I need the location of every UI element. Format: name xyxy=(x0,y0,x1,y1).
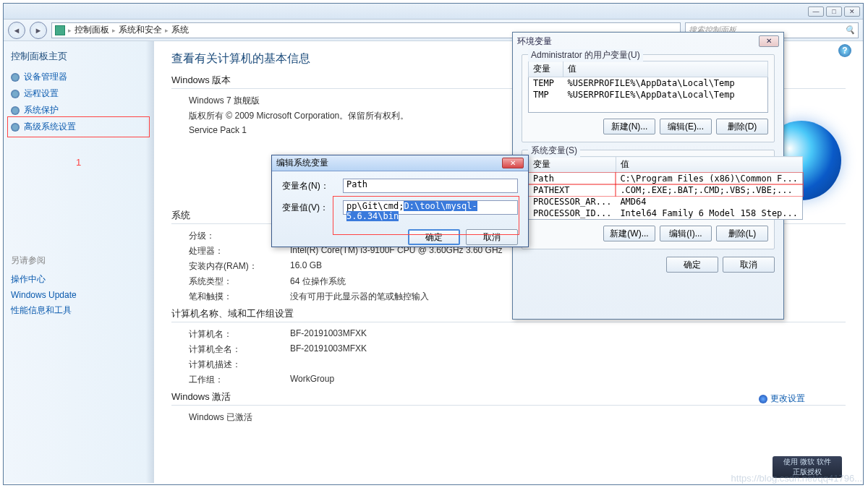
sys-vars-table[interactable]: 变量值 PathC:\Program Files (x86)\Common F.… xyxy=(528,156,803,220)
bc-control-panel[interactable]: 控制面板 xyxy=(75,24,109,36)
edit-close-button[interactable]: ✕ xyxy=(502,158,524,168)
minimize-button[interactable]: — xyxy=(808,7,824,17)
label-touch: 笔和触摸： xyxy=(189,291,276,303)
user-vars-table[interactable]: 变量值 TEMP%USERPROFILE%\AppData\Local\Temp… xyxy=(528,61,768,113)
edit-ok-button[interactable]: 确定 xyxy=(408,229,460,245)
sys-vars-label: 系统变量(S) xyxy=(528,145,580,157)
table-row: PROCESSOR_ID...Intel64 Family 6 Model 15… xyxy=(529,207,803,220)
label-processor: 处理器： xyxy=(189,245,276,257)
chevron-right-icon: ▸ xyxy=(112,27,116,34)
var-value-label: 变量值(V)： xyxy=(282,202,337,214)
search-icon: 🔍 xyxy=(845,25,855,35)
env-ok-button[interactable]: 确定 xyxy=(666,257,718,273)
table-row: TMP%USERPROFILE%\AppData\Local\Temp xyxy=(529,89,768,100)
sidebar: 控制面板主页 设备管理器 远程设置 系统保护 高级系统设置 1 另请参阅 操作中… xyxy=(4,41,154,483)
edit-cancel-button[interactable]: 取消 xyxy=(466,229,518,245)
chevron-right-icon: ▸ xyxy=(165,27,169,34)
table-row: PATHEXT.COM;.EXE;.BAT;.CMD;.VBS;.VBE;... xyxy=(529,184,803,196)
var-value-input[interactable]: pp\Git\cmd;D:\tool\mysql-5.6.34\bin xyxy=(343,200,518,215)
see-also-header: 另请参阅 xyxy=(11,254,146,267)
copyright: 版权所有 © 2009 Microsoft Corporation。保留所有权利… xyxy=(189,110,409,122)
label-pcdesc: 计算机描述： xyxy=(189,359,276,371)
env-close-button[interactable]: ✕ xyxy=(759,35,779,47)
value-systype: 64 位操作系统 xyxy=(290,275,346,288)
activation-status: Windows 已激活 xyxy=(189,411,252,424)
value-pcfullname: BF-20191003MFXK xyxy=(290,343,367,356)
sys-delete-button[interactable]: 删除(L) xyxy=(716,226,768,241)
env-dialog-title: 环境变量 ✕ xyxy=(513,33,783,50)
value-pcname: BF-20191003MFXK xyxy=(290,328,367,341)
table-row: PROCESSOR_AR...AMD64 xyxy=(529,196,803,207)
label-workgroup: 工作组： xyxy=(189,374,276,386)
forward-button[interactable]: ► xyxy=(30,22,47,39)
chevron-right-icon: ▸ xyxy=(68,27,72,34)
windows-edition: Windows 7 旗舰版 xyxy=(189,95,260,107)
label-rating: 分级： xyxy=(189,230,276,242)
annotation-1: 1 xyxy=(11,157,146,168)
sidebar-item-device-mgr[interactable]: 设备管理器 xyxy=(11,69,146,85)
user-edit-button[interactable]: 编辑(E)... xyxy=(660,119,712,134)
sys-edit-button[interactable]: 编辑(I)... xyxy=(660,226,712,241)
sidebar-item-remote[interactable]: 远程设置 xyxy=(11,85,146,102)
label-pcfullname: 计算机全名： xyxy=(189,343,276,356)
edit-dialog-title: 编辑系统变量 ✕ xyxy=(272,155,528,171)
change-settings-link[interactable]: 更改设置 xyxy=(759,393,805,405)
user-vars-label: Administrator 的用户变量(U) xyxy=(528,49,643,61)
watermark: https://blog.csdn.net/qq41796... xyxy=(731,473,862,484)
label-ram: 安装内存(RAM)： xyxy=(189,260,276,273)
label-systype: 系统类型： xyxy=(189,275,276,288)
env-vars-dialog: 环境变量 ✕ Administrator 的用户变量(U) 变量值 TEMP%U… xyxy=(512,32,784,320)
var-name-input[interactable]: Path xyxy=(343,179,518,193)
env-cancel-button[interactable]: 取消 xyxy=(723,257,775,273)
edit-var-dialog: 编辑系统变量 ✕ 变量名(N)： Path 变量值(V)： pp\Git\cmd… xyxy=(271,155,529,247)
link-action-center[interactable]: 操作中心 xyxy=(11,271,146,288)
sidebar-item-advanced[interactable]: 高级系统设置 xyxy=(11,119,146,135)
sidebar-title: 控制面板主页 xyxy=(11,50,146,63)
bc-system-security[interactable]: 系统和安全 xyxy=(119,24,162,36)
user-new-button[interactable]: 新建(N)... xyxy=(603,119,655,134)
table-row: TEMP%USERPROFILE%\AppData\Local\Temp xyxy=(529,77,768,90)
value-touch: 没有可用于此显示器的笔或触控输入 xyxy=(290,291,429,303)
var-name-label: 变量名(N)： xyxy=(282,180,337,192)
help-icon[interactable]: ? xyxy=(838,44,851,57)
label-pcname: 计算机名： xyxy=(189,328,276,341)
user-delete-button[interactable]: 删除(D) xyxy=(716,119,768,134)
section-activation: Windows 激活 xyxy=(171,390,846,406)
control-panel-icon xyxy=(55,25,65,35)
maximize-button[interactable]: □ xyxy=(826,7,842,17)
value-ram: 16.0 GB xyxy=(290,260,322,273)
link-perf-info[interactable]: 性能信息和工具 xyxy=(11,302,146,319)
service-pack: Service Pack 1 xyxy=(189,125,247,135)
titlebar: — □ ✕ xyxy=(4,4,863,20)
table-row: PathC:\Program Files (x86)\Common F... xyxy=(529,173,803,185)
value-workgroup: WorkGroup xyxy=(290,374,334,386)
sys-new-button[interactable]: 新建(W)... xyxy=(603,226,655,241)
link-windows-update[interactable]: Windows Update xyxy=(11,288,146,302)
bc-system[interactable]: 系统 xyxy=(171,24,189,36)
close-button[interactable]: ✕ xyxy=(844,7,860,17)
back-button[interactable]: ◄ xyxy=(8,22,25,39)
